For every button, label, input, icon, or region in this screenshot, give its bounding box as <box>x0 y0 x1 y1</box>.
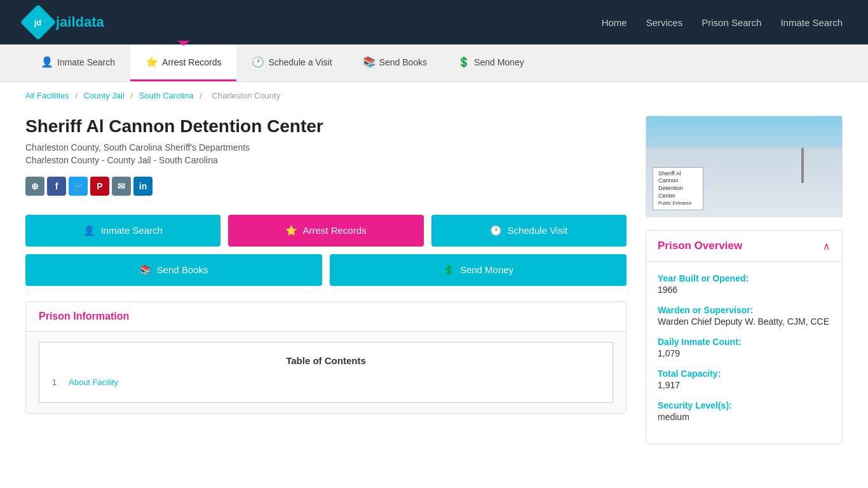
toc-title: Table of Contents <box>52 355 600 366</box>
sec-nav-send-money[interactable]: 💲 Send Money <box>442 44 539 81</box>
schedule-visit-label: Schedule a Visit <box>268 57 332 67</box>
schedule-visit-button[interactable]: 🕐 Schedule Visit <box>431 215 627 247</box>
top-nav-links: Home Services Prison Search Inmate Searc… <box>602 17 843 28</box>
breadcrumb-sep1: / <box>75 91 79 100</box>
breadcrumb-county-jail[interactable]: County Jail <box>83 91 124 100</box>
prison-overview-header[interactable]: Prison Overview ∧ <box>646 231 842 262</box>
overview-warden: Warden or Supervisor: Warden Chief Deput… <box>658 305 831 327</box>
schedule-visit-icon: 🕐 <box>252 56 264 68</box>
arrest-records-icon: ⭐ <box>146 56 158 68</box>
prison-info-header: Prison Information <box>26 302 626 332</box>
overview-year-built: Year Built or Opened: 1966 <box>658 273 831 295</box>
logo-diamond: jd <box>20 4 57 41</box>
social-icons: ⊕ f 🐦 P ✉ in <box>25 177 627 196</box>
email-button[interactable]: ✉ <box>112 177 131 196</box>
sec-nav-inmate-search[interactable]: 👤 Inmate Search <box>25 44 130 81</box>
arrest-records-btn-icon: ⭐ <box>285 225 297 236</box>
breadcrumb-charleston-county: Charleston County <box>212 91 281 100</box>
overview-security-level-value: medium <box>658 412 831 422</box>
send-books-btn-icon: 📚 <box>140 264 152 276</box>
prison-overview-card: Prison Overview ∧ Year Built or Opened: … <box>646 230 843 444</box>
overview-inmate-count-label: Daily Inmate Count: <box>658 337 831 347</box>
send-money-button[interactable]: 💲 Send Money <box>330 254 627 286</box>
breadcrumb: All Facilities / County Jail / South Car… <box>0 82 868 109</box>
inmate-search-button[interactable]: 👤 Inmate Search <box>25 215 220 247</box>
facebook-button[interactable]: f <box>47 177 66 196</box>
overview-inmate-count-value: 1,079 <box>658 348 831 358</box>
arrest-records-label: Arrest Records <box>162 57 221 67</box>
breadcrumb-all-facilities[interactable]: All Facilities <box>25 91 69 100</box>
facility-sign: Sheriff Al CannonDetention CenterPublic … <box>653 167 703 210</box>
send-books-button[interactable]: 📚 Send Books <box>25 254 322 286</box>
overview-security-level: Security Level(s): medium <box>658 400 831 422</box>
overview-warden-value: Warden Chief Deputy W. Beatty, CJM, CCE <box>658 316 831 327</box>
facility-subtitle2: Charleston County - County Jail - South … <box>25 155 627 165</box>
prison-overview-title: Prison Overview <box>658 240 742 252</box>
linkedin-button[interactable]: in <box>133 177 153 196</box>
schedule-visit-btn-icon: 🕐 <box>490 225 502 236</box>
schedule-visit-btn-label: Schedule Visit <box>507 225 567 236</box>
logo-jail: jail <box>56 14 76 30</box>
sec-nav-send-books[interactable]: 📚 Send Books <box>348 44 443 81</box>
content-right: Sheriff Al CannonDetention CenterPublic … <box>646 116 843 444</box>
inmate-search-link[interactable]: Inmate Search <box>780 17 843 28</box>
send-money-label: Send Money <box>474 57 524 67</box>
overview-total-capacity-value: 1,917 <box>658 380 831 390</box>
overview-total-capacity-label: Total Capacity: <box>658 369 831 379</box>
top-nav: jd jailjaildatadata Home Services Prison… <box>0 0 868 44</box>
overview-security-level-label: Security Level(s): <box>658 400 831 410</box>
facility-image: Sheriff Al CannonDetention CenterPublic … <box>646 116 843 217</box>
overview-total-capacity: Total Capacity: 1,917 <box>658 369 831 390</box>
send-money-btn-icon: 💲 <box>443 264 455 276</box>
home-link[interactable]: Home <box>602 17 627 28</box>
send-money-btn-label: Send Money <box>460 264 513 275</box>
chevron-up-icon: ∧ <box>823 240 831 252</box>
twitter-button[interactable]: 🐦 <box>69 177 88 196</box>
send-books-btn-label: Send Books <box>157 264 208 275</box>
prison-info-header-label: Prison Information <box>39 311 129 322</box>
services-link[interactable]: Services <box>646 17 683 28</box>
inmate-search-icon: 👤 <box>41 56 53 68</box>
toc-about-facility[interactable]: About Facility <box>69 377 118 387</box>
arrest-records-button[interactable]: ⭐ Arrest Records <box>228 215 423 247</box>
action-buttons-row2: 📚 Send Books 💲 Send Money <box>25 254 627 286</box>
overview-inmate-count: Daily Inmate Count: 1,079 <box>658 337 831 358</box>
send-books-label: Send Books <box>379 57 428 67</box>
logo-initials: jd <box>34 18 42 27</box>
arrest-records-btn-label: Arrest Records <box>302 225 366 236</box>
logo-data: data <box>76 14 104 30</box>
send-books-icon: 📚 <box>363 56 376 68</box>
overview-warden-label: Warden or Supervisor: <box>658 305 831 315</box>
main-content: Sheriff Al Cannon Detention Center Charl… <box>0 109 868 463</box>
overview-year-built-value: 1966 <box>658 285 831 295</box>
logo-area[interactable]: jd jailjaildatadata <box>25 10 104 35</box>
secondary-nav: 👤 Inmate Search ⭐ Arrest Records 🕐 Sched… <box>0 44 868 82</box>
breadcrumb-sep3: / <box>200 91 204 100</box>
toc-item: 1 About Facility <box>52 375 600 390</box>
content-left: Sheriff Al Cannon Detention Center Charl… <box>25 116 627 444</box>
share-button[interactable]: ⊕ <box>25 177 44 196</box>
sec-nav-schedule-visit[interactable]: 🕐 Schedule a Visit <box>236 44 347 81</box>
inmate-search-btn-icon: 👤 <box>83 225 95 236</box>
send-money-icon: 💲 <box>458 56 470 68</box>
action-buttons-row1: 👤 Inmate Search ⭐ Arrest Records 🕐 Sched… <box>25 215 627 247</box>
sec-nav-arrest-records[interactable]: ⭐ Arrest Records <box>130 44 236 81</box>
pinterest-button[interactable]: P <box>90 177 109 196</box>
prison-overview-body: Year Built or Opened: 1966 Warden or Sup… <box>646 262 842 444</box>
facility-title: Sheriff Al Cannon Detention Center <box>25 116 627 137</box>
prison-info-content: Table of Contents 1 About Facility <box>26 332 626 413</box>
inmate-search-label: Inmate Search <box>57 57 115 67</box>
prison-info-box: Prison Information Table of Contents 1 A… <box>25 301 627 414</box>
logo-text: jailjaildatadata <box>56 14 104 30</box>
overview-year-built-label: Year Built or Opened: <box>658 273 831 283</box>
prison-search-link[interactable]: Prison Search <box>702 17 761 28</box>
facility-subtitle1: Charleston County, South Carolina Sherif… <box>25 142 627 152</box>
breadcrumb-sep2: / <box>130 91 135 100</box>
toc-num: 1 <box>52 377 62 387</box>
inmate-search-btn-label: Inmate Search <box>100 225 163 236</box>
breadcrumb-south-carolina[interactable]: South Carolina <box>139 91 194 100</box>
